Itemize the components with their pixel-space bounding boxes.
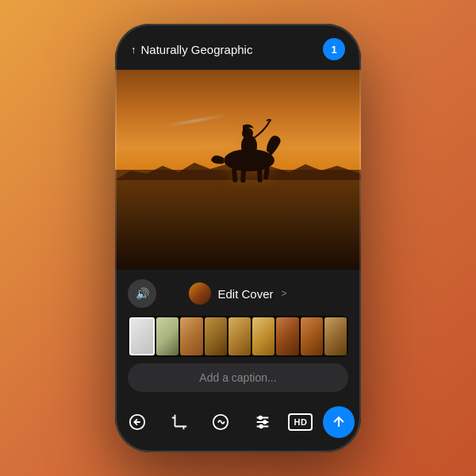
top-controls-row: 🔊 Edit Cover >	[128, 278, 348, 309]
audio-icon: 🔊	[136, 287, 149, 300]
svg-point-16	[263, 420, 267, 424]
film-frame[interactable]	[205, 317, 227, 355]
chevron-right-icon: >	[282, 288, 287, 299]
svg-point-17	[259, 425, 263, 428]
svg-rect-1	[232, 168, 238, 182]
adjust-button[interactable]	[247, 406, 278, 438]
upload-arrow-icon: ↑	[131, 44, 136, 56]
channel-name: Naturally Geographic	[141, 43, 253, 56]
cover-thumb-image	[189, 282, 211, 305]
bottom-toolbar: HD	[115, 400, 361, 452]
film-frame[interactable]	[129, 317, 155, 355]
back-icon	[129, 413, 146, 431]
edit-cover-button[interactable]: Edit Cover >	[179, 278, 296, 309]
edit-cover-label: Edit Cover	[217, 287, 273, 301]
film-frame[interactable]	[276, 317, 298, 355]
send-icon	[331, 414, 347, 430]
film-frame[interactable]	[301, 317, 323, 355]
notification-badge[interactable]: 1	[323, 38, 345, 60]
caption-input[interactable]: Add a caption...	[128, 363, 348, 392]
film-frame[interactable]	[252, 317, 274, 355]
audio-button[interactable]: 🔊	[128, 279, 156, 308]
cover-thumbnail	[189, 282, 211, 305]
hd-button[interactable]: HD	[288, 413, 313, 431]
horse-rider-silhouette	[202, 114, 297, 186]
header: ↑ Naturally Geographic 1	[115, 24, 361, 70]
crop-button[interactable]	[163, 406, 195, 438]
controls-area: 🔊 Edit Cover > Add a caption..	[115, 270, 361, 400]
film-frame[interactable]	[156, 317, 178, 355]
svg-rect-3	[257, 168, 263, 182]
adjust-icon	[254, 413, 271, 431]
crop-icon	[171, 413, 188, 431]
header-left: ↑ Naturally Geographic	[131, 43, 252, 56]
svg-rect-2	[240, 170, 246, 182]
send-button[interactable]	[323, 406, 355, 438]
video-area	[115, 70, 361, 270]
back-button[interactable]	[121, 406, 153, 438]
film-frame[interactable]	[228, 317, 251, 355]
svg-point-15	[259, 416, 262, 420]
notification-count: 1	[331, 44, 336, 56]
film-frame[interactable]	[324, 317, 347, 355]
pen-icon	[212, 413, 229, 431]
video-scene	[115, 70, 361, 270]
film-frame[interactable]	[180, 317, 202, 355]
film-strip[interactable]	[128, 316, 348, 357]
phone-frame: ↑ Naturally Geographic 1	[115, 24, 361, 452]
pen-button[interactable]	[205, 406, 236, 438]
